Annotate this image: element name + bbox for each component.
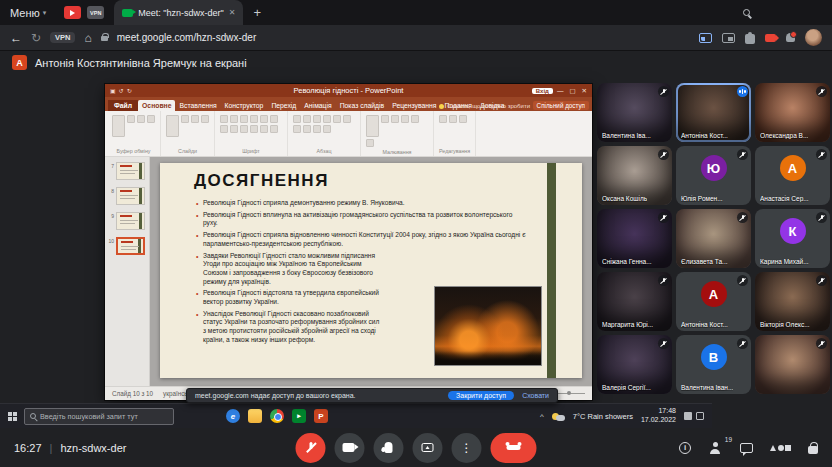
ribbon-tab[interactable]: Конструктор: [221, 100, 268, 111]
weather-text[interactable]: 7°C Rain showers: [573, 412, 633, 421]
slide-thumbnail-preview[interactable]: [116, 187, 145, 205]
chat-button[interactable]: [740, 443, 753, 453]
new-tab-button[interactable]: +: [253, 5, 261, 20]
close-icon[interactable]: ✕: [582, 87, 587, 95]
redo-icon[interactable]: ↻: [127, 87, 132, 94]
slide-thumbnail-preview[interactable]: [116, 237, 145, 255]
ribbon-group-icons[interactable]: [112, 115, 155, 137]
url-text[interactable]: meet.google.com/hzn-sdwx-der: [117, 32, 257, 43]
start-button[interactable]: [8, 412, 17, 421]
undo-icon[interactable]: ↺: [119, 87, 124, 94]
vpn-pinned-tab[interactable]: VPN: [87, 6, 104, 19]
ribbon-tab[interactable]: Вставлення: [175, 100, 220, 111]
meeting-info-button[interactable]: [679, 442, 691, 454]
host-controls-button[interactable]: [808, 446, 818, 454]
ribbon-group-icons[interactable]: [293, 115, 355, 133]
participant-tile[interactable]: Антоніна Кост...: [676, 83, 751, 142]
taskbar-clock[interactable]: 17:48 17.02.2022: [641, 407, 676, 425]
slide-thumbnail[interactable]: 8: [107, 187, 146, 205]
presenter-avatar-icon: А: [12, 55, 27, 70]
stop-sharing-button[interactable]: Закрити доступ: [448, 391, 514, 400]
tray-expand-icon[interactable]: ^: [540, 412, 544, 421]
youtube-pinned-tab[interactable]: [64, 6, 81, 19]
back-button[interactable]: ←: [10, 32, 22, 44]
end-call-button[interactable]: [491, 433, 537, 463]
tray-icons[interactable]: [684, 412, 704, 420]
meeting-details[interactable]: 16:27 | hzn-sdwx-der: [14, 442, 126, 454]
lock-icon[interactable]: [101, 36, 108, 41]
participant-tile[interactable]: Валерія Сергії...: [597, 335, 672, 394]
more-options-button[interactable]: ⋮: [452, 433, 482, 463]
mic-muted-icon: [658, 338, 669, 349]
raise-hand-button[interactable]: [374, 433, 404, 463]
participants-button[interactable]: 19: [708, 442, 723, 454]
participant-tile[interactable]: Валентина Іва...: [597, 83, 672, 142]
slide-thumbnail-preview[interactable]: [116, 212, 145, 230]
network-icon[interactable]: [684, 412, 692, 420]
taskbar-app-icon[interactable]: P: [314, 409, 328, 423]
participant-tile[interactable]: [755, 335, 830, 394]
ribbon-tab[interactable]: Файл: [108, 100, 138, 111]
search-icon[interactable]: [743, 9, 750, 16]
browser-menu-button[interactable]: Меню ▾: [10, 7, 46, 19]
screen-share-indicator-icon[interactable]: [699, 33, 712, 43]
slide-thumbnail[interactable]: 10: [107, 237, 146, 255]
slide[interactable]: ДОСЯГНЕННЯ Революція Гідності сприяла де…: [160, 163, 582, 378]
activities-button[interactable]: [770, 445, 791, 451]
hide-share-bar-button[interactable]: Сховати: [522, 392, 549, 399]
picture-in-picture-icon[interactable]: [722, 33, 735, 43]
participant-tile[interactable]: Маргарита Юрі...: [597, 272, 672, 331]
ribbon-group-icons[interactable]: [166, 115, 209, 137]
notifications-bell-icon[interactable]: [786, 33, 795, 42]
taskbar-search[interactable]: Введіть пошуковий запит тут: [24, 408, 174, 425]
ribbon-tab[interactable]: Перехід: [267, 100, 300, 111]
ribbon-group-icons[interactable]: [439, 115, 470, 123]
notification-center-icon[interactable]: [696, 412, 704, 420]
taskbar-app-icon[interactable]: e: [226, 409, 240, 423]
save-icon[interactable]: ▣: [110, 87, 116, 94]
profile-avatar[interactable]: [805, 29, 822, 46]
slide-thumbnail-preview[interactable]: [116, 162, 145, 180]
home-icon[interactable]: ⌂: [84, 32, 91, 44]
participant-tile[interactable]: В Валентина Іван...: [676, 335, 751, 394]
participant-tile[interactable]: А Антоніна Кост...: [676, 272, 751, 331]
participant-tile[interactable]: Єлизавета Та...: [676, 209, 751, 268]
ribbon-tab[interactable]: Анімація: [300, 100, 335, 111]
slide-thumbnail[interactable]: 7: [107, 162, 146, 180]
mic-mute-button[interactable]: [296, 433, 326, 463]
extensions-icon[interactable]: [745, 34, 755, 44]
taskbar-app-icon[interactable]: [270, 409, 284, 423]
sign-in-button[interactable]: Вхід: [532, 88, 553, 94]
present-button[interactable]: [413, 433, 443, 463]
share-button[interactable]: Спільний доступ: [533, 101, 589, 110]
ribbon-tab[interactable]: Показ слайдів: [336, 100, 389, 111]
participant-tile[interactable]: Сніжана Генна...: [597, 209, 672, 268]
ribbon-tab[interactable]: Основне: [138, 100, 175, 111]
maximize-icon[interactable]: ▢: [569, 87, 575, 95]
quick-access-toolbar[interactable]: ▣ ↺ ↻: [110, 87, 132, 94]
camera-button[interactable]: [335, 433, 365, 463]
participant-tile[interactable]: Ю Юлія Ромен...: [676, 146, 751, 205]
participant-tile[interactable]: К Карина Михай...: [755, 209, 830, 268]
ribbon-group-icons[interactable]: [366, 115, 428, 147]
ribbon-group-icons[interactable]: [220, 115, 282, 133]
close-icon[interactable]: ✕: [229, 8, 236, 17]
reload-button[interactable]: ↻: [31, 32, 41, 44]
participant-tile[interactable]: Оксана Кошіль: [597, 146, 672, 205]
window-controls[interactable]: — ▢ ✕: [557, 87, 587, 95]
powerpoint-window: ▣ ↺ ↻ Революція гідності - PowerPoint Вх…: [105, 84, 592, 400]
participant-tile[interactable]: Вікторія Олекс...: [755, 272, 830, 331]
participant-tile[interactable]: А Анастасія Сер...: [755, 146, 830, 205]
vpn-badge[interactable]: VPN: [50, 32, 75, 43]
tell-me-box[interactable]: Скажіть, що потрібно зробити: [439, 103, 530, 109]
minimize-icon[interactable]: —: [557, 87, 564, 95]
ribbon: Буфер обміну Слайди Шрифт Абзац Малюванн…: [105, 111, 592, 157]
ribbon-tab[interactable]: Рецензування: [388, 100, 440, 111]
active-tab[interactable]: Meet: "hzn-sdwx-der" ✕: [114, 0, 243, 25]
camera-in-use-icon[interactable]: [765, 34, 776, 42]
slide-thumbnail[interactable]: 9: [107, 212, 146, 230]
taskbar-app-icon[interactable]: [248, 409, 262, 423]
taskbar-app-icon[interactable]: ▸: [292, 409, 306, 423]
participant-tile[interactable]: Олександра В...: [755, 83, 830, 142]
participant-name: Анастасія Сер...: [760, 195, 809, 202]
